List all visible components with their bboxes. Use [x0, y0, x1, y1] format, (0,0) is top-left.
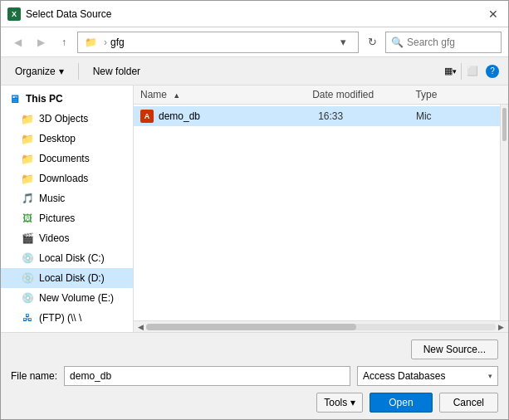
file-type-dropdown-arrow: ▾: [488, 372, 492, 380]
bottom-section: New Source... File name: Access Database…: [1, 332, 508, 419]
dialog-title: Select Data Source: [26, 8, 111, 20]
path-input[interactable]: [110, 37, 335, 48]
new-folder-button[interactable]: New folder: [86, 62, 148, 81]
pc-icon: 🖥: [7, 92, 21, 105]
file-type-dropdown[interactable]: Access Databases ▾: [357, 366, 498, 386]
path-dropdown-button[interactable]: ▾: [335, 36, 351, 48]
sidebar-label-new-volume-e: New Volume (E:): [39, 292, 114, 304]
hscroll-track[interactable]: [146, 324, 496, 330]
forward-button[interactable]: ▶: [31, 32, 51, 52]
toolbar-separator: [78, 63, 79, 80]
organize-button[interactable]: Organize ▾: [7, 62, 71, 81]
forward-icon: ▶: [37, 37, 45, 48]
col-date-header[interactable]: Date modified: [312, 89, 415, 100]
organize-arrow: ▾: [59, 66, 64, 77]
ftp-icon: 🖧: [21, 311, 34, 325]
sort-arrow: ▲: [173, 91, 180, 100]
music-icon: 🎵: [21, 192, 34, 205]
refresh-button[interactable]: ↻: [362, 32, 382, 52]
nav-bar: ◀ ▶ ↑ 📁 › ▾ ↻ 🔍: [1, 27, 508, 57]
sidebar-label-downloads: Downloads: [39, 173, 88, 184]
local-d-icon: 💿: [21, 271, 34, 285]
sidebar-item-videos[interactable]: 🎬 Videos: [1, 228, 133, 248]
search-bar[interactable]: 🔍: [385, 32, 502, 53]
sidebar-item-local-c[interactable]: 💿 Local Disk (C:): [1, 248, 133, 268]
view-separator: [461, 63, 462, 80]
new-source-button[interactable]: New Source...: [411, 339, 498, 359]
vertical-scrollbar[interactable]: [500, 105, 508, 320]
content-area: 🖥 This PC 📁 3D Objects 📁 Desktop 📁: [1, 85, 508, 332]
title-bar-left: X Select Data Source: [7, 7, 111, 21]
file-type-demo-db: Mic: [416, 110, 493, 122]
col-name-header[interactable]: Name ▲: [140, 89, 312, 100]
sidebar-label-3d-objects: 3D Objects: [39, 113, 88, 125]
sidebar-item-ftp[interactable]: 🖧 (FTP) (\\ \: [1, 308, 133, 328]
sidebar-item-new-volume-e[interactable]: 💿 New Volume (E:): [1, 288, 133, 308]
close-button[interactable]: ✕: [485, 6, 502, 22]
up-button[interactable]: ↑: [54, 32, 74, 52]
open-button[interactable]: Open: [370, 393, 432, 413]
new-volume-e-icon: 💿: [21, 291, 34, 305]
desktop-icon: 📁: [21, 132, 34, 145]
file-type-value: Access Databases: [363, 370, 445, 382]
search-input[interactable]: [407, 37, 490, 48]
file-row-demo-db[interactable]: A demo_db 16:33 Mic: [134, 106, 500, 126]
sidebar-label-ftp: (FTP) (\\ \: [39, 312, 81, 324]
sidebar-item-this-pc[interactable]: 🖥 This PC: [1, 89, 133, 109]
path-bar: 📁 › ▾: [77, 32, 359, 53]
horizontal-scrollbar[interactable]: ◀ ▶: [134, 320, 508, 332]
hscroll-thumb[interactable]: [146, 324, 356, 330]
sidebar-label-pictures: Pictures: [39, 212, 75, 224]
file-scroll-container: A demo_db 16:33 Mic: [134, 105, 508, 320]
sidebar-label-videos: Videos: [39, 232, 69, 244]
new-folder-label: New folder: [93, 66, 140, 77]
sidebar-label-local-d: Local Disk (D:): [39, 272, 105, 284]
path-arrow: ›: [104, 37, 107, 48]
help-button[interactable]: ?: [483, 62, 502, 81]
file-area: Name ▲ Date modified Type A: [134, 85, 508, 332]
filename-row: File name: Access Databases ▾: [11, 366, 498, 386]
sidebar-item-documents[interactable]: 📁 Documents: [1, 149, 133, 168]
videos-icon: 🎬: [21, 232, 34, 245]
new-source-row: New Source...: [11, 339, 498, 359]
excel-icon: X: [7, 7, 21, 21]
view-dropdown-icon: ▾: [453, 67, 457, 76]
sidebar-label-desktop: Desktop: [39, 133, 76, 144]
local-c-icon: 💿: [21, 252, 34, 265]
action-row: Tools ▾ Open Cancel: [11, 393, 498, 413]
sidebar-item-3d-objects[interactable]: 📁 3D Objects: [1, 109, 133, 129]
pictures-icon: 🖼: [21, 212, 34, 225]
view-list-button[interactable]: ▦ ▾: [441, 62, 459, 81]
tools-label: Tools: [324, 397, 347, 408]
pane-icon: ⬜: [467, 66, 478, 76]
downloads-icon: 📁: [21, 172, 34, 185]
path-folder-icon: 📁: [85, 37, 97, 48]
search-icon: 🔍: [391, 37, 404, 48]
tools-button[interactable]: Tools ▾: [316, 393, 363, 413]
access-db-icon: A: [140, 110, 154, 123]
sidebar-item-downloads[interactable]: 📁 Downloads: [1, 168, 133, 188]
sidebar: 🖥 This PC 📁 3D Objects 📁 Desktop 📁: [1, 85, 134, 332]
view-buttons: ▦ ▾ ⬜ ?: [441, 62, 502, 81]
organize-label: Organize: [15, 66, 56, 77]
sidebar-item-music[interactable]: 🎵 Music: [1, 188, 133, 208]
file-list-header: Name ▲ Date modified Type: [134, 85, 508, 105]
file-list: A demo_db 16:33 Mic: [134, 105, 500, 320]
col-type-header[interactable]: Type: [415, 89, 502, 100]
sidebar-label-local-c: Local Disk (C:): [39, 252, 105, 264]
sidebar-item-local-d[interactable]: 💿 Local Disk (D:): [1, 268, 133, 288]
sidebar-item-desktop[interactable]: 📁 Desktop: [1, 129, 133, 149]
hscroll-right-arrow[interactable]: ▶: [496, 323, 507, 331]
documents-icon: 📁: [21, 152, 34, 165]
pane-toggle-button[interactable]: ⬜: [463, 62, 482, 81]
view-list-icon: ▦: [444, 66, 453, 76]
hscroll-left-arrow[interactable]: ◀: [135, 323, 146, 331]
file-name-input[interactable]: [64, 366, 350, 386]
sidebar-item-pictures[interactable]: 🖼 Pictures: [1, 208, 133, 228]
back-button[interactable]: ◀: [7, 32, 27, 52]
file-name-label: File name:: [11, 370, 57, 382]
cancel-button[interactable]: Cancel: [439, 393, 498, 413]
sidebar-label-music: Music: [39, 193, 65, 204]
scroll-thumb[interactable]: [502, 108, 507, 141]
3d-objects-icon: 📁: [21, 112, 34, 125]
